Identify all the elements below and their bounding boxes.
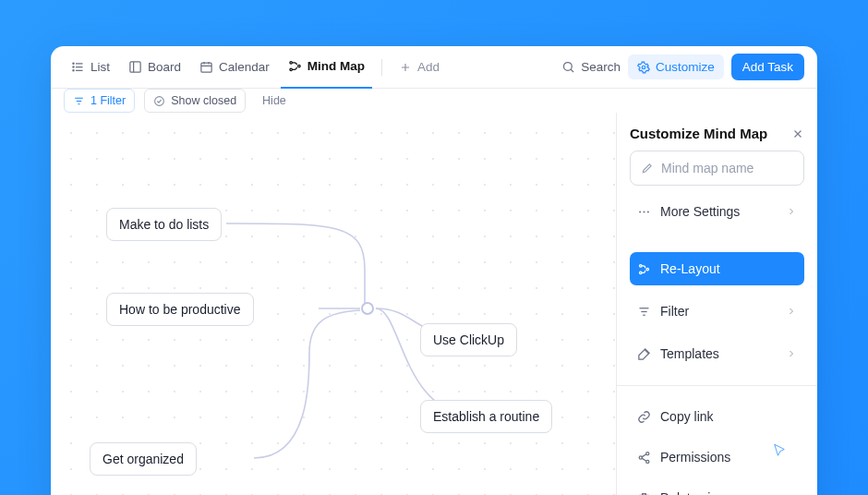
more-icon: [637, 205, 651, 219]
chevron-right-icon: [786, 348, 797, 359]
customize-label: Customize: [656, 60, 715, 74]
mind-map-node[interactable]: How to be productive: [106, 293, 254, 326]
tab-add-view[interactable]: Add: [392, 46, 447, 89]
copy-link-action[interactable]: Copy link: [630, 401, 804, 432]
close-icon: [791, 127, 804, 140]
name-placeholder: Mind map name: [661, 161, 753, 175]
add-task-button[interactable]: Add Task: [731, 54, 804, 80]
add-task-label: Add Task: [742, 60, 793, 74]
tab-list[interactable]: List: [64, 46, 117, 89]
customize-button[interactable]: Customize: [628, 54, 724, 79]
customize-panel: Customize Mind Map Mind map name More Se…: [616, 113, 817, 495]
svg-line-38: [642, 453, 646, 456]
svg-point-19: [642, 66, 645, 69]
filter-chip[interactable]: 1 Filter: [64, 89, 135, 113]
svg-point-28: [647, 211, 649, 212]
re-layout-option[interactable]: Re-Layout: [630, 252, 804, 285]
root-node-handle[interactable]: [361, 302, 374, 315]
tab-calendar[interactable]: Calendar: [192, 46, 277, 89]
mind-map-node[interactable]: Get organized: [90, 442, 197, 476]
tab-label: Calendar: [219, 60, 270, 74]
mind-map-icon: [288, 59, 302, 73]
action-label: Permissions: [660, 450, 730, 465]
svg-line-18: [571, 69, 573, 72]
tab-label: Add: [417, 60, 440, 74]
svg-point-17: [564, 63, 573, 71]
mind-map-node[interactable]: Make to do lists: [106, 208, 222, 241]
search-button[interactable]: Search: [561, 60, 621, 74]
svg-point-29: [640, 264, 643, 267]
svg-point-14: [297, 65, 300, 67]
svg-point-4: [73, 66, 74, 67]
action-label: Delete view: [660, 490, 727, 495]
option-label: Templates: [660, 346, 719, 361]
tab-mind-map[interactable]: Mind Map: [281, 46, 372, 89]
chevron-right-icon: [786, 206, 797, 217]
filter-icon: [637, 305, 651, 319]
gear-icon: [637, 61, 650, 74]
templates-option[interactable]: Templates: [630, 337, 804, 370]
more-settings-option[interactable]: More Settings: [630, 195, 804, 228]
svg-point-5: [73, 70, 74, 71]
delete-view-action[interactable]: Delete view: [630, 482, 804, 495]
show-closed-chip[interactable]: Show closed: [144, 89, 246, 113]
calendar-icon: [199, 60, 213, 74]
option-label: More Settings: [660, 204, 740, 219]
plus-icon: [399, 61, 412, 74]
svg-line-39: [642, 458, 646, 461]
hide-label: Hide: [262, 94, 286, 107]
body: Make to do lists How to be productive Us…: [51, 113, 817, 495]
tab-label: Mind Map: [307, 59, 365, 73]
search-label: Search: [581, 60, 621, 74]
permissions-action[interactable]: Permissions: [630, 441, 804, 473]
chevron-right-icon: [786, 306, 797, 317]
action-label: Copy link: [660, 409, 714, 424]
filter-bar: 1 Filter Show closed Hide: [51, 89, 817, 113]
svg-point-31: [646, 268, 649, 271]
board-icon: [128, 60, 142, 74]
svg-point-23: [155, 96, 164, 105]
svg-point-30: [640, 272, 643, 274]
close-panel-button[interactable]: [791, 127, 804, 140]
pencil-icon: [641, 162, 654, 175]
hide-button[interactable]: Hide: [255, 90, 294, 112]
svg-point-26: [639, 211, 641, 212]
tab-label: List: [90, 60, 110, 74]
list-icon: [71, 60, 85, 74]
option-label: Filter: [660, 304, 689, 319]
app-window: List Board Calendar Mind Map Add Search: [51, 46, 817, 495]
mind-map-name-input[interactable]: Mind map name: [630, 151, 804, 186]
filter-icon: [73, 95, 85, 107]
svg-point-27: [644, 211, 645, 212]
search-icon: [561, 60, 575, 74]
tab-board[interactable]: Board: [121, 46, 188, 89]
trash-icon: [637, 491, 651, 496]
link-icon: [637, 410, 651, 424]
share-icon: [637, 451, 651, 465]
layout-icon: [637, 262, 651, 276]
templates-icon: [637, 347, 651, 361]
divider: [381, 59, 382, 76]
filter-label: 1 Filter: [90, 94, 126, 107]
svg-rect-8: [201, 63, 211, 72]
panel-title: Customize Mind Map: [630, 126, 767, 141]
tab-label: Board: [148, 60, 181, 74]
svg-point-13: [290, 68, 293, 71]
show-closed-label: Show closed: [171, 94, 236, 107]
divider: [617, 385, 817, 386]
svg-rect-6: [130, 62, 140, 72]
svg-point-3: [73, 63, 74, 64]
filter-option[interactable]: Filter: [630, 295, 804, 328]
view-tabs-bar: List Board Calendar Mind Map Add Search: [51, 46, 817, 89]
mind-map-node[interactable]: Use ClickUp: [420, 323, 517, 356]
svg-point-12: [290, 62, 293, 65]
option-label: Re-Layout: [660, 261, 720, 276]
mind-map-canvas[interactable]: Make to do lists How to be productive Us…: [51, 113, 616, 495]
check-circle-icon: [153, 95, 165, 107]
mind-map-node[interactable]: Establish a routine: [420, 400, 552, 433]
